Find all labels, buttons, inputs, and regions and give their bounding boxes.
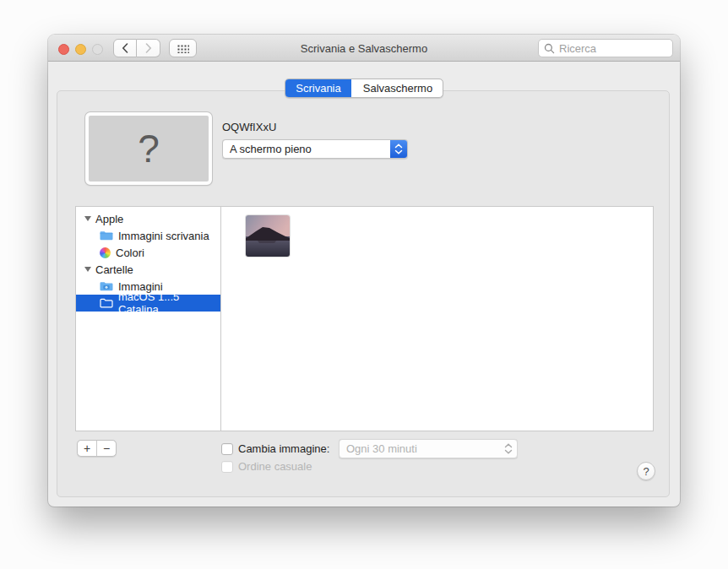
sidebar-item-immagini-scrivania[interactable]: Immagini scrivania: [76, 227, 220, 244]
group-label: Apple: [95, 213, 123, 225]
wallpaper-preview: ?: [85, 112, 212, 185]
disclosure-triangle-icon[interactable]: [84, 216, 91, 221]
disclosure-triangle-icon[interactable]: [84, 267, 91, 272]
random-order-row: Ordine casuale: [221, 460, 312, 473]
desktop-settings-panel: ? OQWfIXxU A schermo pieno Apple: [57, 90, 670, 497]
add-remove-segment: + −: [77, 440, 117, 457]
tab-bar: Scrivania Salvaschermo: [285, 79, 443, 98]
change-picture-row: Cambia immagine:: [221, 442, 329, 455]
search-input[interactable]: [559, 40, 669, 57]
search-field[interactable]: [538, 39, 673, 57]
source-list: Apple Immagini scrivania Colori: [76, 207, 221, 431]
title-bar: Scrivania e Salvaschermo: [48, 35, 680, 62]
wallpaper-thumbnail-catalina[interactable]: [246, 215, 290, 257]
sidebar-group-cartelle[interactable]: Cartelle: [76, 261, 220, 278]
random-order-checkbox-disabled: [221, 461, 233, 473]
remove-folder-button[interactable]: −: [97, 441, 116, 456]
item-label: macOS 1...5 Catalina: [118, 290, 220, 316]
fit-mode-value: A schermo pieno: [223, 143, 390, 155]
stepper-icon: [500, 440, 517, 458]
change-picture-label[interactable]: Cambia immagine:: [238, 442, 329, 455]
color-wheel-icon: [100, 247, 111, 258]
question-mark-placeholder: ?: [138, 126, 160, 171]
random-order-label: Ordine casuale: [238, 460, 312, 473]
browser-panels: Apple Immagini scrivania Colori: [75, 206, 654, 431]
change-picture-checkbox[interactable]: [221, 443, 233, 455]
preferences-window: Scrivania e Salvaschermo Scrivania Salva…: [48, 35, 680, 507]
search-icon: [544, 43, 555, 54]
folder-icon: [100, 298, 113, 308]
group-label: Cartelle: [95, 263, 133, 276]
sidebar-item-colori[interactable]: Colori: [76, 244, 220, 261]
interval-value: Ogni 30 minuti: [340, 442, 500, 455]
add-folder-button[interactable]: +: [78, 441, 97, 456]
pictures-folder-icon: [100, 281, 113, 291]
stepper-icon: [390, 140, 407, 158]
interval-select-disabled: Ogni 30 minuti: [339, 439, 518, 458]
tab-scrivania[interactable]: Scrivania: [285, 79, 351, 97]
fit-mode-select[interactable]: A schermo pieno: [222, 139, 408, 159]
item-label: Colori: [116, 247, 144, 259]
wallpaper-grid: [222, 207, 653, 431]
help-button[interactable]: ?: [637, 462, 655, 480]
sidebar-item-macos-catalina-selected[interactable]: macOS 1...5 Catalina: [76, 295, 220, 312]
wallpaper-name-label: OQWfIXxU: [222, 121, 276, 133]
item-label: Immagini scrivania: [118, 230, 209, 242]
folder-icon: [100, 230, 113, 241]
catalina-island-image: [246, 215, 290, 257]
sidebar-group-apple[interactable]: Apple: [76, 210, 220, 227]
tab-salvaschermo[interactable]: Salvaschermo: [351, 79, 443, 97]
